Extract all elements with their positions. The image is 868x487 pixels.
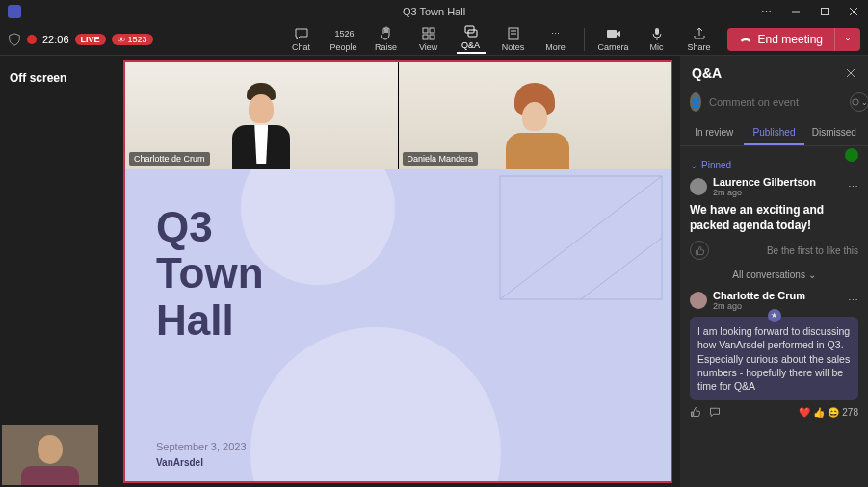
- presenter-video-2[interactable]: Daniela Mandera: [398, 62, 671, 169]
- chat-settings-icon: [851, 97, 860, 107]
- notes-icon: [506, 26, 521, 41]
- self-video[interactable]: [2, 425, 98, 485]
- minimize-button[interactable]: [781, 0, 810, 23]
- slide-title-line3: Hall: [156, 297, 647, 344]
- eye-icon: [118, 36, 125, 43]
- share-icon: [692, 26, 707, 41]
- presenter-video-1[interactable]: Charlotte de Crum: [125, 62, 398, 169]
- presenter-1-name: Charlotte de Crum: [129, 152, 210, 166]
- close-button[interactable]: [839, 0, 868, 23]
- svg-rect-1: [822, 9, 829, 15]
- tab-in-review[interactable]: In review: [684, 121, 744, 145]
- meeting-timer: 22:06: [42, 34, 69, 45]
- share-button[interactable]: Share: [685, 26, 714, 52]
- qa-comment-card: Charlotte de Crum 2m ago ⋯ ★ I am lookin…: [690, 290, 858, 418]
- reaction-laugh-icon[interactable]: 😄: [828, 407, 839, 418]
- tab-dismissed[interactable]: Dismissed: [804, 121, 864, 145]
- people-button[interactable]: 1526 People: [329, 26, 358, 52]
- shield-icon: [8, 33, 21, 46]
- maximize-button[interactable]: [810, 0, 839, 23]
- meeting-stage: Off screen Charlotte de Crum Daniela Man…: [0, 56, 680, 487]
- slide-date: September 3, 2023: [156, 441, 247, 452]
- pinned-time: 2m ago: [713, 188, 816, 197]
- svg-rect-17: [607, 30, 617, 38]
- qa-panel-title: Q&A: [692, 65, 722, 81]
- notes-button[interactable]: Notes: [499, 26, 528, 52]
- new-activity-badge[interactable]: [845, 148, 858, 162]
- more-button[interactable]: ⋯ More: [541, 26, 570, 52]
- slide-content: Q3 Town Hall September 3, 2023 VanArsdel: [125, 169, 671, 481]
- chat-icon: [294, 26, 309, 41]
- svg-point-24: [853, 99, 858, 105]
- svg-rect-8: [423, 28, 428, 33]
- raise-hand-button[interactable]: Raise: [372, 26, 401, 52]
- end-meeting-chevron[interactable]: [834, 28, 860, 51]
- window-title: Q3 Town Hall: [403, 6, 465, 17]
- hangup-icon: [739, 33, 752, 46]
- close-icon: [845, 67, 856, 79]
- moderator-badge-icon: ★: [768, 309, 781, 322]
- chevron-down-icon: [843, 35, 853, 44]
- tab-published[interactable]: Published: [744, 121, 803, 145]
- camera-button[interactable]: Camera: [598, 26, 629, 52]
- reply-button[interactable]: [709, 406, 721, 418]
- avatar: [690, 292, 707, 309]
- like-button[interactable]: [690, 241, 709, 260]
- qa-button[interactable]: Q&A: [457, 24, 486, 54]
- meeting-toolbar: 22:06 LIVE 1523 Chat 1526 People Raise V…: [0, 23, 868, 56]
- view-button[interactable]: View: [414, 26, 443, 52]
- recording-indicator-icon: [27, 35, 37, 44]
- comment-author: Charlotte de Crum: [713, 290, 805, 301]
- self-avatar: 👤: [690, 92, 701, 112]
- chevron-down-icon: ⌄: [808, 269, 816, 280]
- live-badge: LIVE: [75, 34, 106, 45]
- avatar: [690, 178, 707, 195]
- svg-rect-9: [430, 28, 434, 33]
- thumbs-up-icon: [695, 245, 705, 256]
- camera-icon: [606, 26, 621, 41]
- title-bar: Q3 Town Hall ⋯: [0, 0, 868, 23]
- svg-point-5: [120, 38, 122, 40]
- all-conversations-toggle[interactable]: All conversations ⌄: [690, 269, 858, 280]
- teams-app-icon: [8, 5, 21, 18]
- titlebar-more-icon[interactable]: ⋯: [761, 6, 772, 18]
- qa-close-button[interactable]: [845, 67, 856, 79]
- slide-brand: VanArsdel: [156, 457, 203, 468]
- qa-panel: Q&A 👤 ⌄ In review Published Dismissed ⌄ …: [680, 56, 868, 487]
- like-prompt: Be the first to like this: [767, 245, 858, 256]
- comment-bubble: ★ I am looking forward to discussing how…: [690, 317, 858, 400]
- qa-tabs: In review Published Dismissed: [680, 121, 868, 146]
- reply-icon: [709, 406, 721, 418]
- chevron-down-icon: ⌄: [690, 160, 697, 170]
- hand-icon: [379, 26, 394, 41]
- svg-rect-18: [655, 28, 659, 35]
- reaction-count: 278: [842, 407, 858, 418]
- pinned-author: Laurence Gilbertson: [713, 176, 816, 188]
- pinned-question: Laurence Gilbertson 2m ago ⋯ We have an …: [690, 176, 858, 260]
- mic-icon: [649, 26, 665, 41]
- comment-time: 2m ago: [713, 301, 805, 311]
- end-meeting-button[interactable]: End meeting: [727, 28, 834, 51]
- shared-content: Charlotte de Crum Daniela Mandera Q3 To: [123, 60, 672, 483]
- pinned-more-button[interactable]: ⋯: [848, 181, 858, 193]
- slide-title-line1: Q3: [156, 204, 647, 250]
- qa-settings-button[interactable]: ⌄: [850, 92, 868, 112]
- qa-comment-input[interactable]: [709, 96, 842, 108]
- reaction-heart-icon[interactable]: ❤️: [799, 407, 810, 418]
- more-icon: ⋯: [548, 26, 564, 41]
- mic-button[interactable]: Mic: [643, 26, 671, 52]
- presenter-2-name: Daniela Mandera: [403, 152, 479, 166]
- pinned-section-label[interactable]: ⌄ Pinned: [690, 160, 858, 170]
- people-icon: 1526: [336, 26, 352, 41]
- thumbs-up-icon: [690, 406, 701, 418]
- pinned-text: We have an exciting and packed agenda to…: [690, 203, 858, 233]
- reaction-thumbs-icon[interactable]: 👍: [813, 407, 825, 418]
- grid-icon: [421, 26, 436, 41]
- qa-icon: [463, 24, 479, 39]
- like-button[interactable]: [690, 406, 701, 418]
- svg-rect-11: [430, 35, 434, 39]
- comment-more-button[interactable]: ⋯: [848, 295, 858, 307]
- offscreen-label: Off screen: [10, 71, 66, 85]
- chat-button[interactable]: Chat: [287, 26, 316, 52]
- slide-title-line2: Town: [156, 250, 647, 296]
